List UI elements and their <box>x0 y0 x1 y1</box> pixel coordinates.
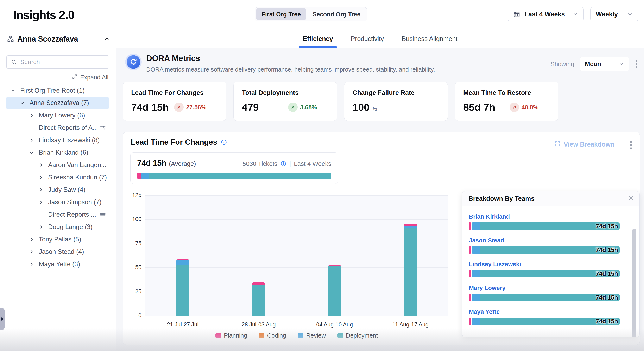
tree-item[interactable]: Brian Kirkland (6) <box>6 147 109 159</box>
info-icon[interactable] <box>280 161 286 167</box>
sidebar-expand-handle[interactable] <box>0 307 5 330</box>
chevron-right-icon[interactable] <box>29 138 36 142</box>
lead-time-menu-kebab-icon[interactable] <box>629 140 633 150</box>
y-axis-tick-label: 25 <box>125 288 142 295</box>
x-axis-tick-label: 21 Jul-27 Jul <box>167 321 198 328</box>
granularity-select[interactable]: Weekly <box>590 7 638 22</box>
gridline-50 <box>145 267 448 268</box>
org-tree-sidebar: Anna Scozzafava Expand All First Org Tre… <box>0 30 116 351</box>
metric-card-title: Total Deployments <box>242 89 328 97</box>
legend-swatch <box>259 333 264 338</box>
date-range-select[interactable]: Last 4 Weeks <box>508 7 584 22</box>
team-name-link[interactable]: Mary Lowery <box>469 285 506 291</box>
panel-scrollbar-thumb[interactable] <box>632 229 636 337</box>
bar-segment-deployment <box>328 266 341 316</box>
showing-label: Showing <box>550 61 574 68</box>
lead-time-chart-plot: 21 Jul-27 Jul28 Jul-03 Aug04 Aug-10 Aug1… <box>145 195 448 316</box>
close-icon[interactable] <box>628 195 634 201</box>
chevron-right-icon[interactable] <box>29 237 36 242</box>
chevron-right-icon[interactable] <box>38 163 46 167</box>
team-bar-segment-review <box>472 222 480 230</box>
x-axis-tick-label: 11 Aug-17 Aug <box>392 321 428 328</box>
tree-item[interactable]: Tony Pallas (5) <box>6 233 109 245</box>
sliders-icon[interactable] <box>100 125 106 131</box>
team-name-link[interactable]: Lindsay Liszewski <box>469 261 521 267</box>
view-breakdown-button[interactable]: View Breakdown <box>554 140 614 149</box>
sliders-icon[interactable] <box>100 211 106 218</box>
team-lead-time-bar: 74d 15h <box>469 317 620 325</box>
tab-efficiency[interactable]: Efficiency <box>301 30 334 48</box>
metric-card-value: 85d 7h <box>463 102 495 113</box>
org-hierarchy-icon <box>7 35 14 42</box>
chevron-right-icon[interactable] <box>29 249 36 254</box>
sidebar-collapse-button[interactable] <box>104 36 110 42</box>
org-tree-option[interactable]: Second Org Tree <box>307 8 366 20</box>
org-tree-option[interactable]: First Org Tree <box>256 8 306 20</box>
team-bar-segment-review <box>472 270 480 277</box>
chevron-down-icon[interactable] <box>29 150 36 155</box>
granularity-value: Weekly <box>596 11 618 18</box>
tree-item-label: Aaron Van Langen... <box>48 161 106 169</box>
legend-item-review: Review <box>298 332 326 339</box>
team-name-link[interactable]: Maya Yette <box>469 308 500 315</box>
metric-card-value-row: 85d 7h40.8% <box>463 102 550 113</box>
tree-item[interactable]: Anna Scozzafava (7) <box>6 97 109 109</box>
tree-item[interactable]: Doug Lange (3) <box>6 221 109 233</box>
tree-item[interactable]: Direct Reports ... <box>6 209 109 221</box>
showing-select[interactable]: Mean <box>580 57 629 71</box>
info-icon[interactable] <box>220 139 227 146</box>
tree-item[interactable]: Jason Simpson (7) <box>6 196 109 208</box>
chevron-right-icon[interactable] <box>29 262 36 266</box>
tree-item[interactable]: Mary Lowery (6) <box>6 109 109 121</box>
chevron-right-icon[interactable] <box>29 113 36 118</box>
team-bar-segment-planning <box>469 222 471 230</box>
search-icon <box>11 59 17 65</box>
dora-menu-kebab-icon[interactable] <box>634 59 639 69</box>
team-name-link[interactable]: Jason Stead <box>469 237 504 244</box>
chevron-right-icon[interactable] <box>38 200 46 204</box>
tree-item[interactable]: Jason Stead (4) <box>6 246 109 258</box>
tree-item[interactable]: Sireesha Kunduri (7) <box>6 171 109 183</box>
team-name-link[interactable]: Brian Kirkland <box>469 213 510 220</box>
chevron-right-icon[interactable] <box>38 175 46 180</box>
chevron-down-icon[interactable] <box>11 88 18 93</box>
team-bar-segment-review <box>472 246 480 254</box>
search-input[interactable] <box>20 59 105 66</box>
y-axis-tick-label: 75 <box>125 240 142 247</box>
metric-delta: 40.8% <box>510 103 538 112</box>
bar-11-aug-17-aug <box>404 224 417 316</box>
view-breakdown-label: View Breakdown <box>564 141 614 148</box>
bar-04-aug-10-aug <box>328 265 341 316</box>
tree-item[interactable]: Direct Reports of A... <box>6 122 109 134</box>
team-bar-segment-review <box>472 317 480 325</box>
tree-item[interactable]: Aaron Van Langen... <box>6 159 109 171</box>
metric-delta: 27.56% <box>174 103 206 112</box>
bar-segment-planning <box>252 282 265 285</box>
metric-card-value-row: 100% <box>352 102 439 113</box>
tab-productivity[interactable]: Productivity <box>349 30 386 48</box>
x-axis-tick-label: 28 Jul-03 Aug <box>242 321 276 328</box>
metric-card-value: 100% <box>352 102 377 113</box>
tree-item[interactable]: Lindsay Liszewski (8) <box>6 134 109 146</box>
chevron-right-icon[interactable] <box>38 187 46 192</box>
gridline-25 <box>145 292 448 292</box>
tree-item[interactable]: First Org Tree Root (1) <box>6 85 109 97</box>
legend-item-planning: Planning <box>216 332 247 339</box>
tree-item[interactable]: Maya Yette (3) <box>6 258 109 270</box>
y-axis-tick-label: 0 <box>125 312 142 319</box>
expand-diagonal-icon <box>72 74 78 81</box>
expand-all-button[interactable]: Expand All <box>72 74 108 81</box>
team-bar-segment-planning <box>469 294 471 301</box>
metric-card-title: Change Failure Rate <box>352 89 439 97</box>
chevron-down-icon[interactable] <box>20 101 27 105</box>
dora-cycle-icon <box>125 54 142 70</box>
tab-business-alignment[interactable]: Business Alignment <box>400 30 459 48</box>
chevron-down-icon <box>618 61 624 67</box>
bar-segment-deployment <box>252 285 265 316</box>
team-bar-segment-deployment: 74d 15h <box>480 246 620 254</box>
showing-value: Mean <box>585 60 601 68</box>
team-row: Lindsay Liszewski74d 15h <box>469 261 620 268</box>
team-row: Maya Yette74d 15h <box>469 308 620 315</box>
chevron-right-icon[interactable] <box>38 225 46 229</box>
tree-item[interactable]: Judy Saw (4) <box>6 184 109 196</box>
